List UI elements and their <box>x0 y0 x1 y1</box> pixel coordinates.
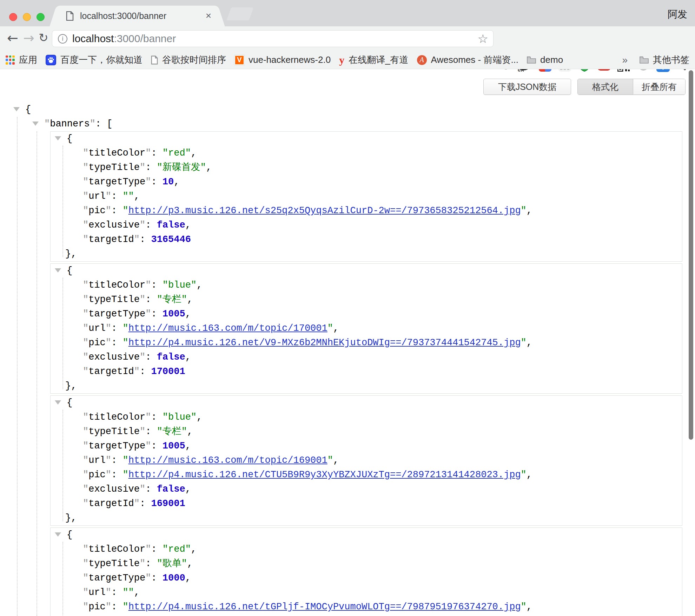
json-field-titleColor: "titleColor": "blue", <box>51 410 682 425</box>
json-field-exclusive: "exclusive": false, <box>51 218 682 232</box>
vue-icon: V <box>234 55 244 65</box>
indent-guide <box>37 131 37 616</box>
object-close-line: }, <box>51 511 682 525</box>
bookmark-awesomes[interactable]: A Awesomes - 前端资... <box>417 54 518 66</box>
json-link-value[interactable]: http://p3.music.126.net/s25q2x5QyqsAzilC… <box>128 205 521 216</box>
collapse-triangle-icon[interactable] <box>55 400 61 405</box>
json-field-targetType: "targetType": 1000, <box>51 571 682 585</box>
banner-object-2: {"titleColor": "blue","typeTitle": "专栏",… <box>50 395 682 526</box>
json-viewer: { "banners": [ {"titleColor": "red","typ… <box>0 103 695 616</box>
json-field-targetType: "targetType": 1005, <box>51 439 682 453</box>
bookmark-baidu[interactable]: 百度一下，你就知道 <box>46 54 143 66</box>
new-tab-button[interactable] <box>226 7 253 20</box>
json-field-typeTitle: "typeTitle": "专栏", <box>51 425 682 439</box>
url-host: localhost <box>72 33 114 44</box>
json-field-targetType: "targetType": 1005, <box>51 307 682 321</box>
json-link-value[interactable]: http://p4.music.126.net/tGPljf-IMOCyPvum… <box>128 602 521 612</box>
tab-strip: localhost:3000/banner × 阿发 <box>0 0 695 26</box>
json-link-value[interactable]: http://music.163.com/m/topic/169001 <box>128 455 327 466</box>
json-field-typeTitle: "typeTitle": "歌单", <box>51 557 682 571</box>
object-open-line: { <box>51 132 682 146</box>
banner-object-3: {"titleColor": "red","typeTitle": "歌单","… <box>50 527 682 616</box>
json-field-titleColor: "titleColor": "red", <box>51 146 682 160</box>
collapse-triangle-icon[interactable] <box>55 532 61 537</box>
reload-icon[interactable]: ↻ <box>39 26 48 51</box>
url-text[interactable]: localhost:3000/banner <box>72 33 176 45</box>
profile-name[interactable]: 阿发 <box>668 8 687 21</box>
object-open-line: { <box>51 396 682 410</box>
baidu-paw-icon <box>46 55 56 65</box>
other-bookmarks-folder[interactable]: 其他书签 <box>640 54 689 66</box>
forward-icon[interactable]: → <box>23 26 34 51</box>
bookmarks-bar: 应用 百度一下，你就知道 谷歌按时间排序 V vue-hackernews-2.… <box>0 51 695 69</box>
window-minimize-button[interactable] <box>23 13 31 21</box>
back-icon[interactable]: ← <box>7 26 18 51</box>
json-field-pic: "pic": "http://p4.music.126.net/tGPljf-I… <box>51 600 682 614</box>
indent-guide <box>62 278 63 389</box>
indent-guide <box>62 146 63 257</box>
bookmark-vue-hackernews[interactable]: V vue-hackernews-2.0 <box>234 54 331 65</box>
json-banners-line: "banners": [ <box>0 117 695 131</box>
json-field-targetType: "targetType": 10, <box>51 175 682 189</box>
browser-toolbar: ← → ↻ i localhost:3000/banner ☆ V 英 en F… <box>0 26 695 51</box>
youdao-icon: y <box>339 54 344 66</box>
collapse-triangle-icon[interactable] <box>55 136 61 140</box>
awesomes-icon: A <box>417 55 427 65</box>
bookmark-apps[interactable]: 应用 <box>6 54 37 66</box>
json-field-exclusive: "exclusive": false, <box>51 614 682 616</box>
json-root-line: { <box>0 103 695 117</box>
collapse-triangle-icon[interactable] <box>32 122 39 126</box>
json-field-exclusive: "exclusive": false, <box>51 482 682 497</box>
url-path: :3000/banner <box>114 33 176 44</box>
banner-object-1: {"titleColor": "blue","typeTitle": "专栏",… <box>50 263 682 394</box>
json-field-typeTitle: "typeTitle": "新碟首发", <box>51 160 682 175</box>
collapse-triangle-icon[interactable] <box>55 268 61 273</box>
collapse-all-button[interactable]: 折叠所有 <box>633 79 685 94</box>
json-field-targetId: "targetId": 3165446 <box>51 232 682 247</box>
json-field-targetId: "targetId": 169001 <box>51 497 682 511</box>
banner-object-0: {"titleColor": "red","typeTitle": "新碟首发"… <box>50 131 682 262</box>
bookmark-google-sort[interactable]: 谷歌按时间排序 <box>151 54 226 66</box>
bookmark-demo-folder[interactable]: demo <box>527 54 563 65</box>
tab-title: localhost:3000/banner <box>80 6 166 26</box>
browser-tab[interactable]: localhost:3000/banner × <box>58 6 216 26</box>
page-scrollbar[interactable] <box>689 70 693 440</box>
object-open-line: { <box>51 528 682 542</box>
site-info-icon[interactable]: i <box>58 34 67 44</box>
apps-grid-icon <box>6 55 15 65</box>
json-field-titleColor: "titleColor": "blue", <box>51 278 682 293</box>
window-close-button[interactable] <box>9 13 17 21</box>
bookmark-youdao[interactable]: y 在线翻译_有道 <box>339 54 408 66</box>
bookmark-star-icon[interactable]: ☆ <box>478 32 488 46</box>
download-json-button[interactable]: 下载JSON数据 <box>483 79 571 95</box>
object-close-line: }, <box>51 379 682 393</box>
window-zoom-button[interactable] <box>37 13 45 21</box>
json-field-pic: "pic": "http://p4.music.126.net/V9-MXz6b… <box>51 336 682 350</box>
json-field-typeTitle: "typeTitle": "专栏", <box>51 293 682 307</box>
collapse-triangle-icon[interactable] <box>13 107 20 111</box>
format-button[interactable]: 格式化 <box>578 79 633 94</box>
json-field-targetId: "targetId": 170001 <box>51 365 682 379</box>
tab-close-icon[interactable]: × <box>206 6 211 26</box>
folder-icon <box>527 56 536 64</box>
page-icon <box>151 55 158 65</box>
json-link-value[interactable]: http://music.163.com/m/topic/170001 <box>128 323 327 334</box>
json-link-value[interactable]: http://p4.music.126.net/CTU5B9R9y3XyYBZX… <box>128 470 521 480</box>
indent-guide <box>62 410 63 521</box>
indent-guide <box>62 542 63 616</box>
json-field-pic: "pic": "http://p3.music.126.net/s25q2x5Q… <box>51 204 682 218</box>
address-bar[interactable]: i localhost:3000/banner ☆ <box>52 30 494 47</box>
json-link-value[interactable]: http://p4.music.126.net/V9-MXz6b2MNhEKju… <box>128 338 521 348</box>
json-field-url: "url": "http://music.163.com/m/topic/169… <box>51 453 682 468</box>
view-mode-group: 格式化 折叠所有 <box>577 79 686 95</box>
folder-icon <box>640 56 649 64</box>
indent-guide <box>17 117 18 616</box>
object-close-line: }, <box>51 247 682 261</box>
json-field-exclusive: "exclusive": false, <box>51 350 682 365</box>
object-open-line: { <box>51 264 682 278</box>
bookmarks-overflow-icon[interactable]: » <box>622 54 628 66</box>
json-field-pic: "pic": "http://p4.music.126.net/CTU5B9R9… <box>51 468 682 482</box>
json-field-url: "url": "http://music.163.com/m/topic/170… <box>51 321 682 336</box>
json-field-url: "url": "", <box>51 585 682 600</box>
json-array-items: {"titleColor": "red","typeTitle": "新碟首发"… <box>50 131 682 616</box>
